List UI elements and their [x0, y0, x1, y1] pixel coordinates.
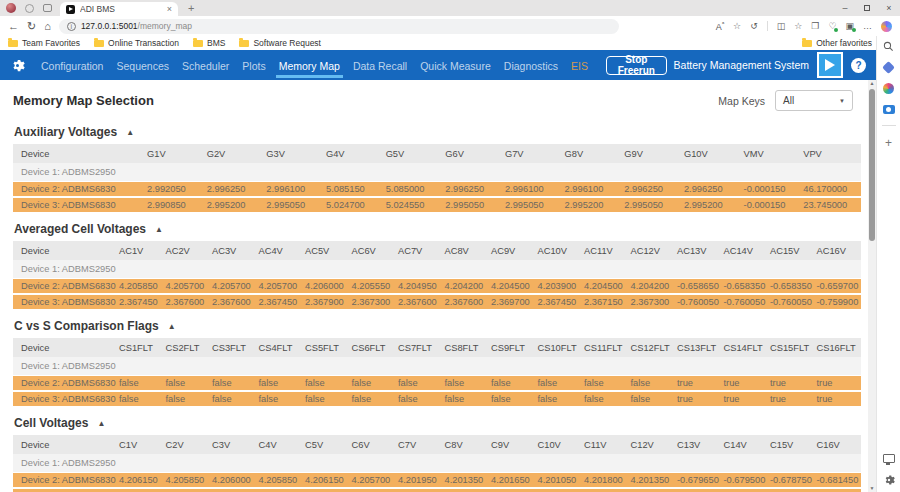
table-row[interactable]: Device 1: ADBMS2950: [13, 163, 861, 181]
window-maximize-button[interactable]: [856, 0, 878, 16]
bookmark-online-transaction[interactable]: Online Transaction: [94, 38, 179, 48]
value-cell: 4.201950: [396, 472, 443, 488]
sidebar-settings-icon[interactable]: [883, 474, 895, 486]
column-header: C8V: [443, 435, 490, 454]
nav-item-scheduler[interactable]: Scheduler: [179, 52, 232, 78]
more-options-icon[interactable]: …: [863, 22, 872, 31]
value-cell: 5.085000: [384, 181, 444, 197]
window-close-button[interactable]: ×: [878, 0, 900, 16]
value-cell: -0.807000: [722, 488, 769, 492]
value-cell: 2.367450: [257, 294, 304, 310]
browser-tab[interactable]: ADI BMS ×: [60, 2, 178, 16]
table-row[interactable]: Device 1: ADBMS2950: [13, 357, 861, 375]
column-header: AC7V: [396, 241, 443, 260]
bookmark-software-request[interactable]: Software Request: [239, 38, 321, 48]
refresh-button[interactable]: ↻: [27, 21, 36, 32]
table-row[interactable]: Device 2: ADBMS68304.2058504.2057004.205…: [13, 278, 861, 294]
read-aloud-icon[interactable]: Aᵃ: [716, 21, 724, 32]
column-header: AC14V: [722, 241, 769, 260]
value-cell: [443, 454, 490, 472]
split-screen-icon[interactable]: ◫: [777, 22, 786, 31]
column-header: Device: [13, 435, 117, 454]
new-tab-button[interactable]: +: [188, 3, 194, 14]
map-keys-select[interactable]: All ▼: [775, 90, 853, 111]
table-row[interactable]: Device 3: ADBMS6830falsefalsefalsefalsef…: [13, 391, 861, 407]
sidebar-screenshot-icon[interactable]: [883, 105, 895, 114]
value-cell: [629, 454, 676, 472]
collapse-icon[interactable]: ▲: [97, 419, 105, 428]
value-cell: false: [350, 375, 397, 391]
scroll-up-icon[interactable]: ▲: [868, 80, 876, 87]
nav-item-plots[interactable]: Plots: [239, 52, 268, 78]
value-cell: false: [257, 391, 304, 407]
table-row[interactable]: Device 1: ADBMS2950: [13, 260, 861, 278]
device-cell: Device 2: ADBMS6830: [13, 472, 117, 488]
value-cell: [384, 163, 444, 181]
other-favorites[interactable]: Other favorites: [802, 38, 872, 48]
bookmark-bms[interactable]: BMS: [193, 38, 225, 48]
sidebar-add-icon[interactable]: +: [885, 137, 892, 149]
copilot-icon[interactable]: [881, 21, 892, 32]
value-cell: [350, 454, 397, 472]
value-cell: 2.990850: [145, 197, 205, 213]
value-cell: true: [722, 391, 769, 407]
table-row[interactable]: Device 2: ADBMS68302.9920502.9962502.996…: [13, 181, 861, 197]
collapse-icon[interactable]: ▲: [168, 322, 176, 331]
url-bar[interactable]: i 127.0.0.1:5001/memory_map: [59, 19, 619, 34]
value-cell: [682, 163, 742, 181]
scroll-down-icon[interactable]: ▼: [868, 485, 876, 492]
nav-item-data-recall[interactable]: Data Recall: [350, 52, 410, 78]
help-icon[interactable]: ?: [851, 58, 866, 73]
page-scrollbar[interactable]: ▲ ▼: [868, 80, 876, 492]
scrollbar-thumb[interactable]: [869, 89, 875, 241]
nav-item-configuration[interactable]: Configuration: [38, 52, 106, 78]
value-cell: false: [582, 375, 629, 391]
table-row[interactable]: Device 3: ADBMS68302.3676002.3677502.367…: [13, 488, 861, 492]
favorites-bar-icon[interactable]: ☆: [794, 22, 802, 31]
window-minimize-button[interactable]: –: [834, 0, 856, 16]
column-header: AC3V: [210, 241, 257, 260]
value-cell: 4.201050: [536, 472, 583, 488]
table-row[interactable]: Device 3: ADBMS68302.9908502.9952002.995…: [13, 197, 861, 213]
value-cell: 2.363550: [582, 488, 629, 492]
history-icon[interactable]: ↺: [750, 22, 758, 31]
vertical-tabs-icon[interactable]: [43, 4, 52, 12]
sidebar-monitor-icon[interactable]: [883, 454, 895, 463]
back-button[interactable]: ←: [8, 21, 19, 32]
settings-gear-icon[interactable]: [10, 58, 25, 73]
value-cell: 2.367600: [164, 294, 211, 310]
column-header: AC10V: [536, 241, 583, 260]
collapse-icon[interactable]: ▲: [155, 225, 163, 234]
nav-item-memory-map[interactable]: Memory Map: [276, 52, 343, 78]
bookmark-team-favorites[interactable]: Team Favorites: [8, 38, 80, 48]
favorite-star-icon[interactable]: ☆: [733, 22, 741, 31]
site-info-icon[interactable]: i: [67, 22, 76, 31]
tab-close-icon[interactable]: ×: [167, 5, 172, 14]
nav-item-quick-measure[interactable]: Quick Measure: [417, 52, 494, 78]
workspaces-icon[interactable]: [25, 4, 34, 13]
collections-icon[interactable]: ❐: [811, 22, 819, 31]
value-cell: [722, 454, 769, 472]
home-button[interactable]: ⌂: [44, 21, 51, 32]
value-cell: 4.204500: [582, 278, 629, 294]
sidebar-search-icon[interactable]: [883, 41, 894, 52]
table-row[interactable]: Device 2: ADBMS68304.2061504.2058504.206…: [13, 472, 861, 488]
nav-item-eis[interactable]: EIS: [568, 52, 591, 78]
nav-item-sequences[interactable]: Sequences: [113, 52, 172, 78]
stop-freerun-button[interactable]: Stop Freerun: [606, 56, 667, 75]
extension-icon[interactable]: ▣: [845, 22, 854, 31]
play-button[interactable]: [817, 52, 843, 78]
column-header: AC6V: [350, 241, 397, 260]
profile-avatar[interactable]: [6, 3, 16, 13]
column-header: C16V: [815, 435, 862, 454]
table-row[interactable]: Device 1: ADBMS2950: [13, 454, 861, 472]
nav-items: ConfigurationSequencesSchedulerPlotsMemo…: [38, 52, 591, 78]
sidebar-m365-icon[interactable]: [883, 83, 894, 94]
nav-item-diagnostics[interactable]: Diagnostics: [501, 52, 561, 78]
collapse-icon[interactable]: ▲: [126, 128, 134, 137]
sidebar-shopping-icon[interactable]: [882, 61, 895, 74]
table-row[interactable]: Device 2: ADBMS6830falsefalsefalsefalsef…: [13, 375, 861, 391]
browser-essentials-icon[interactable]: ♡: [828, 22, 836, 31]
column-header: C2V: [164, 435, 211, 454]
table-row[interactable]: Device 3: ADBMS68302.3674502.3676002.367…: [13, 294, 861, 310]
